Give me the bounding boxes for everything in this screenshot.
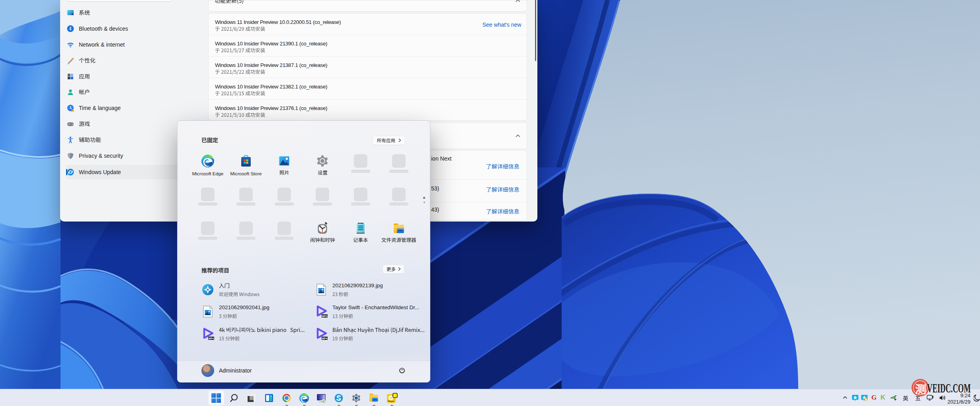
- svg-text:MP4: MP4: [322, 337, 328, 340]
- svg-text:MP4: MP4: [322, 315, 328, 318]
- svg-text:MP4: MP4: [209, 337, 214, 340]
- svg-text:Player: Player: [388, 400, 394, 402]
